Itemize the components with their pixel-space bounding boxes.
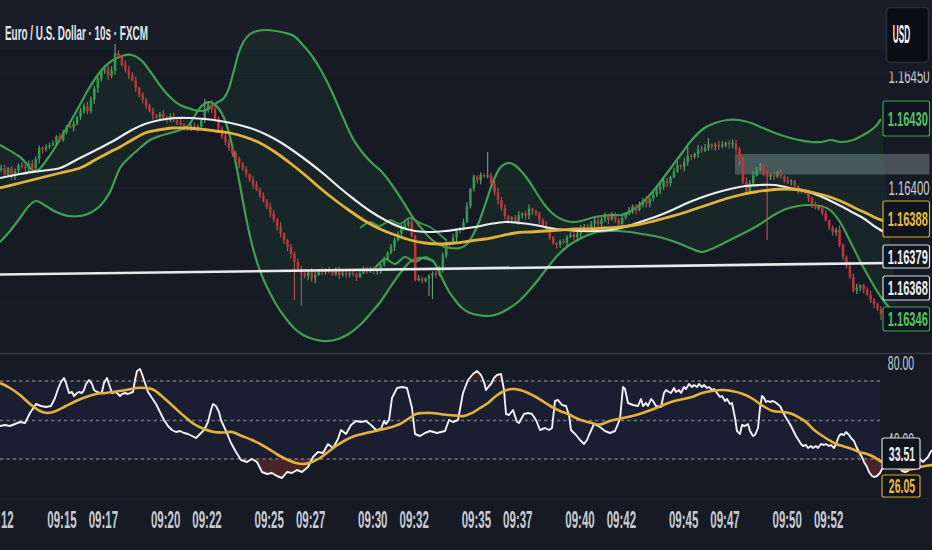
svg-text:1.16430: 1.16430 [888, 107, 928, 131]
svg-text:09:25: 09:25 [255, 508, 284, 533]
svg-text:09:52: 09:52 [814, 508, 843, 533]
svg-text:09:17: 09:17 [89, 508, 118, 533]
svg-text:1.16379: 1.16379 [888, 245, 928, 269]
svg-text:09:15: 09:15 [47, 508, 76, 533]
svg-text:1.16368: 1.16368 [888, 276, 928, 300]
svg-text:09:35: 09:35 [462, 508, 491, 533]
svg-text:80.00: 80.00 [888, 351, 914, 375]
svg-text:1.16388: 1.16388 [888, 207, 928, 231]
svg-text:33.51: 33.51 [889, 442, 915, 466]
svg-text:26.05: 26.05 [889, 474, 915, 498]
svg-text:Euro / U.S. Dollar · 10s · FXC: Euro / U.S. Dollar · 10s · FXCM [5, 22, 148, 44]
svg-text:09:50: 09:50 [773, 508, 802, 533]
svg-text:1.16400: 1.16400 [889, 176, 930, 200]
svg-text:09:32: 09:32 [400, 508, 429, 533]
svg-text:09:40: 09:40 [565, 508, 594, 533]
svg-text:09:27: 09:27 [296, 508, 325, 533]
svg-text:09:45: 09:45 [669, 508, 698, 533]
svg-text:09:37: 09:37 [503, 508, 532, 533]
svg-text:09:47: 09:47 [710, 508, 739, 533]
svg-text:09:12: 09:12 [0, 508, 14, 533]
svg-text:09:20: 09:20 [151, 508, 180, 533]
svg-text:09:42: 09:42 [607, 508, 636, 533]
svg-text:1.16346: 1.16346 [888, 307, 928, 331]
svg-text:09:22: 09:22 [192, 508, 221, 533]
svg-text:USD: USD [893, 20, 910, 48]
svg-text:09:30: 09:30 [358, 508, 387, 533]
